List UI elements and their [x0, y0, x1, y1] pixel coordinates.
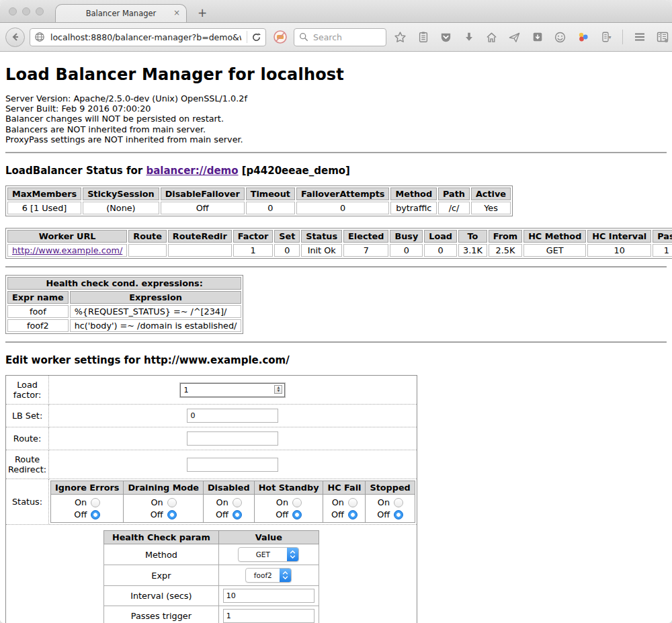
col-header: StickySession — [83, 188, 159, 200]
search-bar[interactable] — [294, 28, 386, 46]
col-header: Health Check param — [103, 531, 218, 544]
worker-url-link[interactable]: http://www.example.com/ — [12, 245, 122, 255]
url-bar[interactable] — [30, 28, 266, 46]
panel-save-button[interactable] — [528, 28, 546, 46]
col-header: DisableFailover — [161, 188, 245, 200]
cell-elected: 7 — [343, 244, 388, 257]
cell-stickysession: (None) — [83, 202, 159, 214]
tab-title: Balancer Manager — [86, 9, 157, 18]
col-header: Status — [301, 230, 342, 243]
reload-icon[interactable] — [251, 32, 261, 42]
menu-button[interactable] — [630, 28, 648, 46]
col-header: Worker URL — [7, 230, 127, 243]
extension-dots-button[interactable] — [574, 28, 592, 46]
table-header-row: Worker URL Route RouteRedir Factor Set S… — [7, 230, 672, 243]
page-content: Load Balancer Manager for localhost Serv… — [0, 52, 672, 623]
col-header: Ignore Errors — [51, 481, 124, 495]
new-tab-button[interactable]: + — [198, 6, 207, 19]
hc-row-interval: Interval (secs) — [103, 586, 319, 606]
col-header: Method — [390, 188, 437, 200]
block-icon — [273, 30, 288, 44]
number-spinner-icon[interactable]: ▲▼ — [274, 385, 282, 394]
status-cell-stopped: On Off — [366, 495, 415, 523]
status-options-table: Ignore Errors Draining Mode Disabled Hot… — [50, 481, 415, 523]
pocket-button[interactable] — [437, 28, 455, 46]
load-factor-label: Load factor: — [6, 376, 49, 405]
stopped-off-radio[interactable] — [394, 510, 403, 520]
draining-mode-off-radio[interactable] — [167, 510, 177, 520]
battery-button[interactable]: ▾ — [597, 28, 615, 46]
ignore-errors-on-radio[interactable] — [91, 498, 100, 507]
feedback-button[interactable] — [551, 28, 569, 46]
col-header: Elected — [343, 230, 388, 243]
form-row-status: Status: Ignore Errors Draining Mode Disa… — [6, 479, 417, 525]
status-cell-draining-mode: On Off — [124, 495, 204, 523]
stopped-on-radio[interactable] — [394, 498, 403, 507]
col-header: MaxMembers — [7, 188, 81, 200]
col-header: Load — [424, 230, 457, 243]
cell-factor: 1 — [233, 244, 273, 257]
zoom-window-button[interactable] — [36, 7, 44, 15]
close-window-button[interactable] — [9, 7, 17, 15]
hot-standby-on-radio[interactable] — [292, 498, 302, 507]
disabled-off-radio[interactable] — [233, 510, 242, 520]
menu-icon — [633, 30, 646, 44]
hc-interval-label: Interval (secs) — [103, 586, 218, 606]
bookmark-star-button[interactable] — [391, 28, 409, 46]
worker-row: http://www.example.com/ 1 0 Init Ok 7 0 … — [7, 244, 672, 257]
hc-fail-off-radio[interactable] — [348, 510, 358, 520]
col-header: To — [458, 230, 487, 243]
chevron-down-icon: ▾ — [608, 34, 611, 40]
sidebar-button[interactable] — [653, 28, 671, 46]
content-blocker-button[interactable] — [271, 28, 289, 46]
traffic-lights — [9, 7, 44, 15]
route-redirect-label: Route Redirect: — [6, 450, 49, 479]
draining-mode-on-radio[interactable] — [167, 498, 177, 507]
hc-passes-input[interactable] — [223, 609, 314, 623]
panel-save-icon — [532, 31, 544, 43]
disabled-on-radio[interactable] — [233, 498, 242, 507]
downloads-button[interactable] — [460, 28, 478, 46]
back-icon — [11, 32, 20, 42]
route-input[interactable] — [187, 431, 278, 446]
home-button[interactable] — [482, 28, 501, 46]
minimize-window-button[interactable] — [22, 7, 30, 15]
col-header: Route — [128, 230, 167, 243]
hc-expr-select[interactable]: foof2 — [245, 568, 292, 583]
col-header: Disabled — [204, 481, 255, 495]
cell-expression: hc('body') =~ /domain is established/ — [70, 319, 242, 332]
search-input[interactable] — [312, 32, 381, 43]
title-bar: Balancer Manager × + — [0, 0, 672, 23]
route-label: Route: — [6, 427, 49, 450]
expr-row: foof2 hc('body') =~ /domain is establish… — [7, 319, 241, 332]
reading-list-button[interactable] — [414, 28, 432, 46]
col-header: FailoverAttempts — [296, 188, 390, 200]
form-row-hc-params: Health Check param Value Method GET — [6, 525, 417, 623]
tab-close-icon[interactable]: × — [173, 9, 180, 17]
col-header: Passes — [653, 230, 672, 243]
balancer-link[interactable]: balancer://demo — [146, 165, 238, 177]
pocket-icon — [439, 31, 452, 44]
load-factor-input[interactable] — [180, 383, 285, 397]
url-input[interactable] — [49, 32, 243, 43]
cell-expr-name: foof2 — [7, 319, 69, 332]
hc-row-expr: Expr foof2 — [103, 565, 319, 586]
form-row-load-factor: Load factor: ▲▼ — [6, 376, 417, 405]
hot-standby-off-radio[interactable] — [292, 510, 302, 520]
hc-fail-on-radio[interactable] — [348, 498, 358, 507]
browser-tab[interactable]: Balancer Manager × — [55, 4, 187, 22]
ignore-errors-off-radio[interactable] — [91, 510, 100, 520]
select-stepper-icon — [280, 569, 291, 582]
lb-set-input[interactable] — [187, 409, 278, 423]
route-redirect-input[interactable] — [187, 458, 278, 472]
back-button[interactable] — [5, 28, 25, 47]
cell-path: /c/ — [438, 202, 470, 214]
send-tab-button[interactable] — [505, 28, 523, 46]
hc-method-label: Method — [103, 544, 218, 565]
hc-interval-input[interactable] — [223, 589, 314, 603]
home-icon — [485, 31, 498, 44]
hc-method-select[interactable]: GET — [238, 547, 299, 562]
hc-header-row: Health Check param Value — [103, 531, 319, 544]
col-header: Path — [438, 188, 470, 200]
divider — [5, 152, 667, 153]
